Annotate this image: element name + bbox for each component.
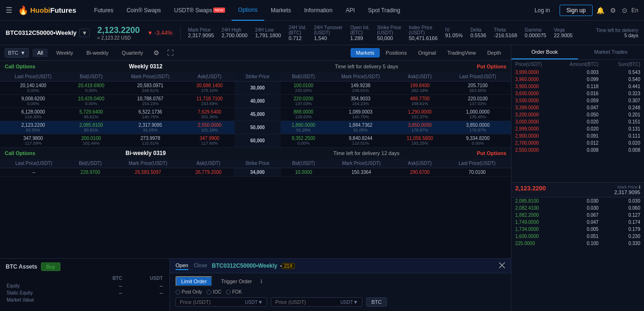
orderbook-bid-row[interactable]: 1,882.2000 0.067 0.127 [511, 212, 644, 219]
limit-order-btn[interactable]: Limit Order [176, 276, 212, 286]
form-tab-open[interactable]: Open [176, 262, 188, 270]
tab-biweekly[interactable]: Bi-weekly [82, 49, 113, 57]
orderbook-ask-row[interactable]: 2,900.0000 0.091 0.111 [511, 132, 644, 139]
form-tab-close[interactable]: Close [194, 262, 207, 270]
wallet-icon[interactable]: ⊙ [622, 7, 627, 14]
col-put-mark: Mark Price(USDT) [326, 72, 395, 82]
col-call-mark: Mark Price(USDT) [116, 72, 185, 82]
ask-price: 2,550.0000 [515, 147, 557, 153]
table-row[interactable]: 9,008.62000.00% 10,429.04000.00% 10,788.… [0, 95, 511, 108]
market-tab-depth[interactable]: Depth [482, 48, 506, 57]
radio-ioc[interactable]: IOC [207, 289, 221, 295]
logo: 🔥 HuobiFutures [18, 5, 76, 16]
bid-price: 1,749.0000 [515, 220, 557, 225]
dropdown-arrow-icon[interactable]: ▼ [258, 299, 263, 305]
orderbook-bid-row[interactable]: 2,082.4100 0.030 0.060 [511, 205, 644, 212]
login-button[interactable]: Log in [529, 5, 556, 16]
stat-label: Gamma [525, 27, 546, 33]
hamburger-icon[interactable]: ☰ [6, 6, 12, 15]
biweekly-call-label: Call Options [5, 150, 35, 156]
nav-markets[interactable]: Markets [264, 0, 298, 21]
notification-icon[interactable]: 🔔 [596, 7, 604, 14]
tab-weekly[interactable]: Weekly [51, 49, 78, 57]
orderbook-bid-row[interactable]: 1,600.0000 0.051 0.230 [511, 233, 644, 240]
expand-icon[interactable]: ⛶ [165, 48, 176, 57]
nav-usdt-swaps[interactable]: USDT® Swaps NEW [167, 0, 232, 21]
orderbook-bid-row[interactable]: 1,749.0000 0.047 0.174 [511, 219, 644, 226]
market-tab-markets[interactable]: Markets [351, 48, 379, 57]
biweekly-put-label: Put Options [477, 150, 506, 156]
orderbook-ask-row[interactable]: 3,960.0000 0.099 0.540 [511, 76, 644, 83]
table-row[interactable]: 6,128.0000116.30% 5,729.640085.61% 6,522… [0, 108, 511, 121]
price-field-1[interactable] [180, 299, 245, 305]
settings-icon[interactable]: ⚙ [151, 48, 161, 57]
tab-order-book[interactable]: Order Book [511, 45, 578, 59]
call-bid: 2,085.810080.91% [67, 121, 116, 134]
stat-label: 24H Low [255, 27, 281, 33]
table-row[interactable]: 20,140.14000.00% 20,419.69000.00% 20,583… [0, 82, 511, 95]
trade-form: Open Close BTC0312C50000•Weekly • 21X Li… [170, 259, 511, 311]
orderbook-ask-row[interactable]: 2,550.0000 0.008 0.008 [511, 147, 644, 154]
orderbook-bid-row[interactable]: 2,085.8100 0.030 0.030 [511, 197, 644, 205]
nav-coin-swaps[interactable]: Coin® Swaps [120, 0, 167, 21]
strike-price: 50,000 [234, 121, 281, 134]
radio-fok[interactable]: FOK [226, 289, 242, 295]
orderbook-ask-row[interactable]: 3,900.0000 0.118 0.441 [511, 83, 644, 90]
table-row[interactable]: -- 228.9700 26,583.5097 26,779.2000 34,0… [0, 168, 511, 177]
radio-post-only[interactable]: Post Only [176, 289, 202, 295]
market-tabs: Markets Positions Original TradingView D… [351, 48, 506, 57]
table-row[interactable]: 2,123.220082.55% 2,085.810080.91% 2,317.… [0, 121, 511, 134]
nav-information[interactable]: Information [298, 0, 339, 21]
pair-toggle[interactable]: ▼ [79, 29, 90, 37]
price-field-2[interactable] [275, 299, 340, 305]
settings-icon[interactable]: ⚙ [610, 7, 616, 14]
table-row[interactable]: 347.9800117.59% 200.0100102.44% 273.9978… [0, 134, 511, 147]
assets-btc: -- [92, 283, 122, 289]
price-input-1[interactable]: USDT ▼ [176, 297, 267, 307]
buy-button[interactable]: Buy [41, 262, 60, 271]
call-mark: 10,788.0767154.23% [116, 95, 185, 108]
orderbook-ask-row[interactable]: 3,600.0000 0.016 0.323 [511, 90, 644, 97]
market-tab-tradingview[interactable]: TradingView [442, 48, 481, 57]
assets-row-equity: Equity -- -- [7, 283, 163, 289]
close-form-icon[interactable] [499, 262, 505, 270]
orderbook-ask-row[interactable]: 3,999.0000 0.003 0.543 [511, 69, 644, 76]
orderbook-ask-row[interactable]: 2,999.0000 0.020 0.131 [511, 125, 644, 132]
orderbook-ask-row[interactable]: 3,200.0000 0.050 0.201 [511, 111, 644, 118]
signup-button[interactable]: Sign up [560, 5, 593, 16]
stat-label: IV [445, 27, 463, 33]
market-tab-positions[interactable]: Positions [381, 48, 412, 57]
trigger-order-btn[interactable]: Trigger Order [216, 277, 257, 286]
leverage-tag[interactable]: 21X [282, 263, 295, 269]
dropdown-arrow-2-icon[interactable]: ▼ [353, 299, 358, 305]
stat-value: 1,540 [314, 35, 343, 41]
options-scroll[interactable]: Call Options Weekly 0312 Time left for d… [0, 61, 511, 258]
col-put-last: Last Price(USDT) [443, 159, 511, 168]
language-selector[interactable]: En [631, 7, 638, 14]
nav-spot-trading[interactable]: Spot Trading [361, 0, 407, 21]
tab-market-trades[interactable]: Market Trades [578, 45, 644, 59]
orderbook-ask-row[interactable]: 3,000.0000 0.020 0.151 [511, 118, 644, 125]
nav-api[interactable]: API [339, 0, 361, 21]
stat-iv: IV 91.05% [445, 27, 463, 38]
nav-items: Futures Coin® Swaps USDT® Swaps NEW Opti… [88, 0, 529, 21]
orderbook-bid-row[interactable]: 1,734.0000 0.005 0.179 [511, 226, 644, 233]
orderbook-ask-row[interactable]: 3,500.0000 0.059 0.307 [511, 97, 644, 104]
strike-price: 45,000 [234, 108, 281, 121]
price-input-2[interactable]: USDT ▼ [271, 297, 362, 307]
tab-all[interactable]: All [33, 49, 48, 57]
nav-options[interactable]: Options [232, 0, 264, 21]
currency-button[interactable]: BTC [366, 297, 387, 307]
orderbook-ask-row[interactable]: 3,399.0000 0.047 0.248 [511, 104, 644, 111]
nav-futures[interactable]: Futures [88, 0, 120, 21]
ask-amount: 0.020 [557, 119, 598, 124]
stat-value: 1.289 [350, 35, 369, 41]
orderbook-bid-row[interactable]: 225.0000 0.100 0.330 [511, 240, 644, 247]
currency-select[interactable]: BTC ▼ [5, 48, 29, 57]
info-icon[interactable]: ℹ [260, 278, 262, 285]
stat-value: 50,471.6166 [409, 35, 437, 41]
tab-quarterly[interactable]: Quarterly [117, 49, 148, 57]
orderbook-ask-row[interactable]: 2,700.0000 0.012 0.020 [511, 139, 644, 147]
ask-amount: 0.099 [557, 77, 598, 82]
market-tab-original[interactable]: Original [413, 48, 441, 57]
